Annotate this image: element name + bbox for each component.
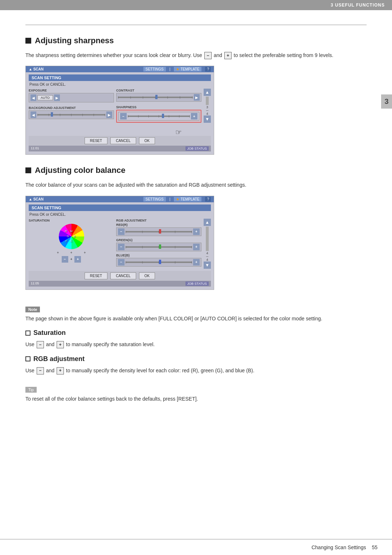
sharp-track: || || || |	[128, 116, 190, 117]
sat-minus-btn[interactable]: −	[62, 256, 68, 263]
black-square-icon-2	[25, 167, 31, 173]
sharp-plus-btn[interactable]: +	[191, 113, 197, 119]
question-btn[interactable]: ?	[205, 67, 211, 72]
reset-btn-cb[interactable]: RESET	[85, 272, 107, 279]
exposure-left-btn[interactable]: ◀	[30, 94, 36, 101]
question-btn-cb[interactable]: ?	[205, 197, 211, 202]
scroll-track	[206, 97, 209, 105]
bg-left-btn[interactable]: ◀	[30, 112, 36, 118]
rgb-panel: RGB ADJUSTMENT RED(R) − || || |	[116, 219, 201, 269]
blue-row: BLUE(B) − || || | +	[116, 254, 201, 267]
job-status-btn-sharp[interactable]: JOB STATUS	[185, 146, 209, 151]
scan-setting-header-cb: SCAN SETTING	[29, 204, 211, 211]
scroll-bar: ▲ 3─4 ▼	[204, 89, 211, 123]
template-tab[interactable]: ★ TEMPLATE	[174, 67, 201, 72]
scroll-up-btn[interactable]: ▲	[204, 89, 211, 96]
scroll-track-cb	[206, 227, 209, 251]
settings-tab[interactable]: SETTINGS	[143, 67, 166, 72]
note-text: The page shown in the above figure is av…	[25, 315, 367, 323]
blue-label: BLUE(B)	[116, 254, 201, 257]
top-bar: 3 USEFUL FUNCTIONS	[0, 0, 392, 10]
auto-btn[interactable]: AUTO	[37, 95, 53, 100]
cw-label-c: C	[70, 239, 73, 243]
bg-right-btn[interactable]: ▶	[106, 112, 112, 118]
scroll-down-btn[interactable]: ▼	[204, 116, 211, 123]
job-status-btn-cb[interactable]: JOB STATUS	[185, 281, 209, 286]
exposure-right-btn[interactable]: ▶	[54, 94, 60, 101]
blue-track: || || |	[126, 262, 192, 263]
sat-ctrl-row: − + +	[29, 256, 114, 263]
saturation-label-screen: SATURATION	[29, 219, 114, 222]
red-slider: − || || | +	[116, 227, 201, 236]
finger-cursor-icon: ☞	[175, 128, 182, 137]
star-icon-cb: ★	[176, 197, 179, 201]
rgb-adj-heading: RGB adjustment	[25, 355, 367, 363]
sat-plus-btn[interactable]: +	[74, 256, 81, 263]
color-balance-section-heading: Adjusting color balance	[25, 166, 367, 175]
scan-title-cb: ▲ SCAN	[29, 197, 44, 201]
minus-btn-sat: −	[37, 341, 44, 348]
scroll-down-btn-cb[interactable]: ▼	[204, 262, 211, 269]
color-wheel: C Y G R M B	[59, 224, 84, 249]
star-icon: ★	[176, 67, 179, 71]
bg-thumb	[51, 112, 53, 117]
time-cb: 11:05	[31, 281, 39, 286]
sharpness-label: SHARPNESS	[116, 105, 201, 109]
left-panel: EXPOSURE ◀ AUTO ▶ BACKGROUND ADJUSTMENT …	[29, 89, 114, 123]
black-square-icon	[25, 38, 31, 44]
scan-title: ▲ SCAN	[29, 67, 44, 71]
screen-statusbar-sharp: 11:01 JOB STATUS	[29, 146, 211, 151]
sat-plus-labels: + + +	[57, 251, 86, 255]
saturation-body-text: Use − and + to manually specify the satu…	[25, 340, 367, 348]
sharpness-highlight: − || || || |	[116, 110, 201, 123]
side-tab: 3	[381, 94, 392, 109]
color-balance-screenshot: ▲ SCAN SETTINGS | ★ TEMPLATE ? SCAN SETT…	[25, 196, 214, 290]
ok-btn-cb[interactable]: OK	[139, 272, 155, 279]
plus-btn-rgb: +	[57, 367, 64, 374]
blue-minus-btn[interactable]: −	[118, 259, 124, 266]
reset-btn-sharp[interactable]: RESET	[85, 137, 107, 144]
cancel-btn-cb[interactable]: CANCEL	[110, 272, 136, 279]
cw-label-m: M	[70, 230, 73, 233]
divider-bar: |	[170, 67, 171, 71]
scroll-bar-cb: ▲ 4─4 ▼	[204, 219, 211, 269]
page-fraction-cb: 4─4	[206, 252, 208, 262]
template-tab-cb[interactable]: ★ TEMPLATE	[174, 197, 201, 202]
blue-plus-btn[interactable]: +	[193, 259, 200, 266]
color-balance-body-text: The color balance of your scans can be a…	[25, 181, 367, 189]
divider-bar-cb: |	[170, 197, 171, 201]
bg-adjustment-area: BACKGROUND ADJUSTMENT ◀ || || || |	[29, 106, 114, 119]
time-sharp: 11:01	[31, 146, 39, 151]
red-plus-btn[interactable]: +	[193, 228, 200, 235]
color-balance-heading-text: Adjusting color balance	[35, 166, 125, 175]
green-label: GREEN(G)	[116, 238, 201, 242]
bottom-page-label: Changing Scan Settings	[311, 544, 366, 550]
contrast-right-btn[interactable]: ▶	[194, 94, 200, 101]
plus-btn-inline: +	[224, 52, 232, 59]
scroll-up-btn-cb[interactable]: ▲	[204, 219, 211, 226]
screen-body-sharpness: SCAN SETTING Press OK or CANCEL. EXPOSUR…	[26, 72, 214, 154]
green-track: || || |	[126, 246, 192, 248]
titlebar-right-cb: SETTINGS | ★ TEMPLATE ?	[143, 197, 211, 202]
settings-tab-cb[interactable]: SETTINGS	[143, 197, 166, 202]
screen-statusbar-cb: 11:05 JOB STATUS	[29, 281, 211, 287]
plus-btn-sat: +	[57, 341, 64, 348]
cancel-btn-sharp[interactable]: CANCEL	[110, 137, 136, 144]
side-tab-number: 3	[384, 97, 388, 106]
contrast-label: CONTRAST	[116, 89, 201, 92]
tip-text: To reset all of the color balance settin…	[25, 395, 367, 403]
minus-btn-rgb: −	[37, 367, 44, 374]
sharp-thumb	[162, 114, 164, 118]
contrast-thumb	[155, 95, 158, 99]
green-minus-btn[interactable]: −	[118, 244, 124, 250]
cw-label-g: G	[67, 235, 69, 238]
titlebar-right: SETTINGS | ★ TEMPLATE ?	[143, 67, 211, 72]
screen-subtext-cb: Press OK or CANCEL.	[29, 212, 211, 216]
ok-btn-sharp[interactable]: OK	[139, 137, 155, 144]
screen-buttons-sharpness: RESET CANCEL OK	[29, 136, 211, 146]
red-minus-btn[interactable]: −	[118, 228, 124, 235]
screen-titlebar-cb: ▲ SCAN SETTINGS | ★ TEMPLATE ?	[26, 196, 214, 202]
screen-titlebar: ▲ SCAN SETTINGS | ★ TEMPLATE ?	[26, 66, 214, 72]
sharp-minus-btn[interactable]: −	[120, 113, 127, 119]
green-plus-btn[interactable]: +	[193, 244, 200, 250]
